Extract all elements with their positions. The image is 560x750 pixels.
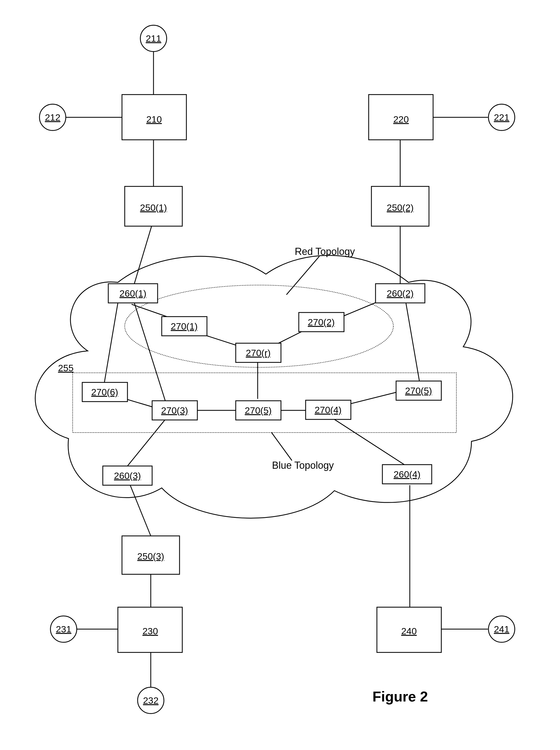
label-270-5-upper: 270(5)	[405, 385, 432, 396]
label-255: 255	[58, 363, 74, 373]
edge-2501-2601	[134, 226, 152, 284]
label-240: 240	[401, 626, 417, 636]
label-260-2: 260(2)	[387, 288, 414, 299]
label-270-6: 270(6)	[91, 387, 118, 397]
edge-2704-2705a	[348, 392, 397, 404]
edge-2604-2704	[335, 420, 404, 465]
label-red-topology: Red Topology	[295, 246, 355, 257]
label-210: 210	[146, 114, 162, 124]
label-211: 211	[146, 33, 161, 44]
label-232: 232	[143, 695, 159, 706]
label-231: 231	[56, 624, 72, 634]
label-270-5-lower: 270(5)	[245, 405, 272, 415]
label-270-1: 270(1)	[171, 321, 198, 331]
label-212: 212	[45, 112, 61, 123]
label-220: 220	[393, 114, 409, 124]
label-250-1: 250(1)	[140, 202, 167, 213]
label-270-4: 270(4)	[315, 405, 342, 415]
label-270-3: 270(3)	[161, 405, 188, 415]
edge-2602-2705a	[406, 302, 419, 381]
edge-2601-2706	[104, 303, 118, 384]
label-blue-topology: Blue Topology	[272, 460, 334, 471]
label-260-1: 260(1)	[120, 288, 146, 299]
label-250-3: 250(3)	[137, 551, 164, 562]
leader-blue-topology	[272, 432, 292, 461]
label-221: 221	[494, 112, 509, 123]
label-270-r: 270(r)	[246, 348, 271, 358]
label-241: 241	[494, 624, 509, 634]
label-230: 230	[142, 626, 158, 636]
label-250-2: 250(2)	[387, 202, 414, 213]
figure-caption: Figure 2	[373, 689, 428, 705]
label-260-4: 260(4)	[394, 469, 420, 480]
diagram-canvas: 210 220 250(1) 250(2) 260(1) 260(2) 270(…	[0, 0, 560, 750]
edge-2603-2503	[130, 485, 151, 536]
label-270-2: 270(2)	[308, 317, 335, 327]
edge-2603-2703	[127, 420, 165, 466]
label-260-3: 260(3)	[114, 470, 141, 481]
